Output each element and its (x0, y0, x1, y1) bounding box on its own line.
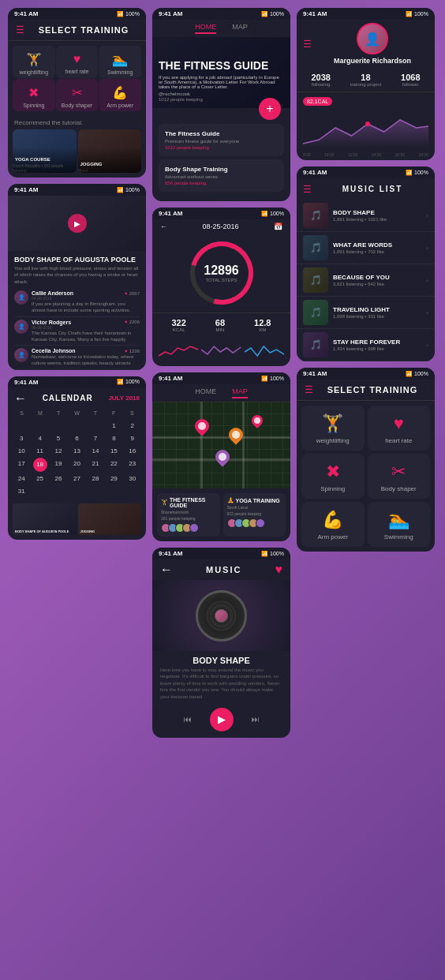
cal-day-4[interactable]: 4 (31, 432, 48, 444)
icons-2: 📶 100% (261, 11, 284, 17)
map-pin-3[interactable] (215, 450, 230, 469)
training-grid-1: 🏋 weightlifting ♥ heart rate 🏊 Swimming … (8, 41, 146, 116)
play-button[interactable]: ▶ (68, 214, 87, 233)
cal-day-29[interactable]: 29 (105, 473, 122, 484)
cal-day-7[interactable]: 7 (87, 432, 104, 444)
cal-day-6[interactable]: 6 (68, 432, 85, 444)
location-card-fitness[interactable]: 🏋 THE FITNESS GUIDE Shanehammoth 161 peo… (157, 493, 220, 537)
training-card-swimming[interactable]: 🏊 Swimming (368, 502, 431, 547)
tab-home-map[interactable]: HOME (195, 387, 216, 398)
header-select-training: ☰ SELECT TRAINING (8, 20, 146, 41)
cal-day-22[interactable]: 22 (105, 458, 122, 472)
cal-day-21[interactable]: 21 (87, 458, 104, 472)
screen-music-player: 9:41 AM 📶 100% ← MUSIC ♥ BODY SHAPE Here… (152, 548, 290, 738)
music-list-item-3[interactable]: 🎵 BECAUSE OF YOU 3,621 listening • 642 l… (297, 264, 435, 297)
cal-empty-3 (50, 420, 67, 432)
bottom-img-2[interactable]: JOGGING (78, 503, 142, 535)
cal-day-9[interactable]: 9 (124, 432, 141, 444)
cal-day-20[interactable]: 20 (68, 458, 85, 472)
training-card-bodyshaper[interactable]: ✂ Body shaper (368, 454, 431, 499)
cal-day-today[interactable]: 18 (33, 458, 47, 472)
training-card-heartrate[interactable]: ♥ heart rate (368, 406, 431, 451)
hamburger-icon[interactable]: ☰ (16, 24, 24, 36)
card-item-1[interactable]: The Fitness Guide Premium fitness guide … (159, 124, 284, 156)
time-label-5: 16:00 (395, 152, 406, 157)
training-card-armpower[interactable]: 💪 Arm power (301, 502, 365, 547)
music-list-item-5[interactable]: 🎵 STAY HERE FOREVER 1,434 listening • 99… (297, 329, 435, 361)
stat-kcal: 322 KCAL (171, 318, 185, 332)
cal-day-24[interactable]: 24 (13, 473, 30, 484)
cal-day-16[interactable]: 16 (124, 445, 141, 457)
back-arrow-cal[interactable]: ← (14, 391, 27, 406)
training-item-armpower[interactable]: 💪 Arm power (99, 79, 141, 111)
cal-day-5[interactable]: 5 (50, 432, 67, 444)
heart-icon-3: ♥ (125, 349, 128, 353)
music-stats-5: 1,434 listening • 998 like (333, 346, 421, 351)
jogging-course-card[interactable]: JOGGING Share (78, 129, 142, 173)
cal-day-31[interactable]: 31 (13, 485, 30, 497)
stat-following: 2038 following (311, 73, 330, 87)
cal-day-19[interactable]: 19 (50, 458, 67, 472)
training-item-weightlifting[interactable]: 🏋 weightlifting (13, 46, 55, 78)
play-pause-button[interactable]: ▶ (210, 708, 234, 731)
calendar-month: JULY 2018 (108, 395, 140, 402)
hamburger-icon-music-list[interactable]: ☰ (303, 184, 312, 195)
training-card-spinning[interactable]: ✖ Spinning (301, 454, 365, 499)
cal-day-30[interactable]: 30 (124, 473, 141, 484)
swimming-label-2: Swimming (384, 533, 413, 540)
music-list-item-1[interactable]: 🎵 BODY SHAPE 1,691 listening • 1021 like… (297, 200, 435, 232)
cal-day-25[interactable]: 25 (31, 473, 48, 484)
cal-day-11[interactable]: 11 (31, 445, 48, 457)
cal-day-1[interactable]: 1 (105, 420, 122, 432)
map-pin-2[interactable] (228, 428, 244, 447)
time-labels: 8:00 10:00 12:00 14:00 16:00 18:00 (297, 152, 435, 160)
cal-day-23[interactable]: 23 (124, 458, 141, 472)
cal-day-17[interactable]: 17 (13, 458, 30, 472)
map-pin-1[interactable] (194, 419, 210, 438)
cal-day-27[interactable]: 27 (68, 473, 85, 484)
stat-training-value: 18 (350, 73, 381, 82)
tab-home[interactable]: HOME (195, 23, 216, 34)
location-fitness-address: Shanehammoth (161, 510, 216, 514)
tab-map-active[interactable]: MAP (232, 387, 248, 398)
cal-day-13[interactable]: 13 (68, 445, 85, 457)
cal-day-8[interactable]: 8 (105, 432, 122, 444)
cal-day-2[interactable]: 2 (124, 420, 141, 432)
back-arrow-steps[interactable]: ← (160, 223, 167, 230)
comment-1: 👤 Callie Anderson ♥ 2067 04-09-2016 If y… (14, 288, 140, 317)
training-item-bodyshaper[interactable]: ✂ Body shaper (56, 79, 99, 111)
calendar-icon-steps[interactable]: 📅 (274, 223, 282, 230)
training-item-spinning[interactable]: ✖ Spinning (13, 79, 55, 111)
training-item-swimming[interactable]: 🏊 Swimming (99, 46, 141, 78)
bottom-img-1[interactable]: BODY SHAPE OF AUGUSTA POOLE (13, 503, 77, 535)
cal-day-3[interactable]: 3 (13, 432, 30, 444)
hamburger-icon-2[interactable]: ☰ (305, 384, 313, 395)
training-card-weightlifting[interactable]: 🏋 weightlifting (301, 406, 365, 451)
heart-fav-music[interactable]: ♥ (275, 563, 282, 577)
cal-day-12[interactable]: 12 (50, 445, 67, 457)
back-arrow-music[interactable]: ← (160, 563, 173, 577)
prev-button[interactable]: ⏮ (178, 710, 197, 729)
stat-following-label: following (311, 82, 330, 87)
next-button[interactable]: ⏭ (246, 710, 265, 729)
icons-3: 📶 100% (406, 11, 428, 17)
cal-day-10[interactable]: 10 (13, 445, 30, 457)
map-pin-4[interactable] (249, 415, 265, 434)
time-6: 9:41 AM (14, 379, 38, 386)
cal-day-14[interactable]: 14 (87, 445, 104, 457)
yoga-course-card[interactable]: YOGA COURSE Czech Republic • 101 people … (13, 129, 77, 173)
cal-day-26[interactable]: 26 (50, 473, 67, 484)
training-item-heartrate[interactable]: ♥ heart rate (56, 46, 99, 78)
fab-add-button[interactable]: + (259, 98, 281, 120)
cal-day-28[interactable]: 28 (87, 473, 104, 484)
location-card-yoga[interactable]: 🧘 YOGA TRAINING South Larus 922 people k… (223, 493, 286, 537)
mini-avatar-5 (189, 523, 199, 533)
hamburger-icon-profile[interactable]: ☰ (303, 39, 312, 50)
music-list-item-4[interactable]: 🎵 TRAVELING LIGHT 1,098 listening • 331 … (297, 297, 435, 329)
card-item-2[interactable]: Body Shape Training Advanced workout ser… (159, 159, 284, 192)
cal-day-15[interactable]: 15 (105, 445, 122, 457)
recommend-label: Recommend the tutorial. (8, 116, 146, 129)
tab-map[interactable]: MAP (232, 23, 248, 34)
day-sat: S (123, 409, 141, 417)
music-list-item-2[interactable]: 🎵 WHAT ARE WORDS 1,691 listening • 702 l… (297, 232, 435, 264)
